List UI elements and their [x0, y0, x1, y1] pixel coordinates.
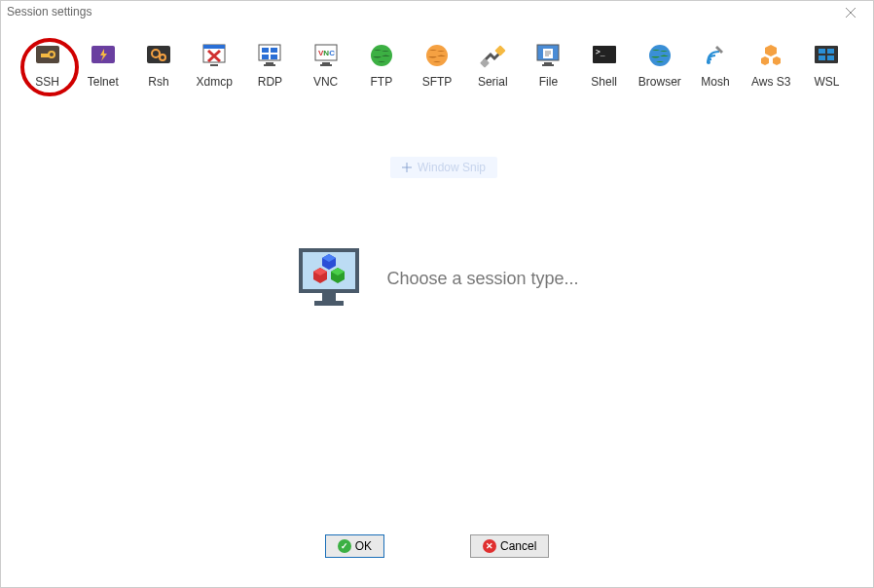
session-type-telnet[interactable]: Telnet — [76, 42, 129, 89]
svg-rect-40 — [827, 55, 834, 60]
rdp-icon — [256, 42, 283, 69]
session-type-toolbar: SSH Telnet Rsh Xdmcp RDP VNC VNC — [1, 22, 873, 94]
svg-rect-16 — [264, 64, 275, 66]
svg-rect-11 — [262, 48, 269, 53]
svg-point-35 — [707, 60, 710, 64]
serial-icon — [479, 42, 506, 69]
dialog-button-row: ✓ OK ✕ Cancel — [1, 534, 873, 558]
tool-label: FTP — [370, 75, 392, 89]
svg-rect-24 — [480, 58, 490, 68]
session-type-shell[interactable]: >_ Shell — [577, 42, 631, 89]
tool-label: Shell — [591, 75, 617, 89]
svg-rect-38 — [827, 49, 834, 54]
session-type-aws-s3[interactable]: Aws S3 — [745, 42, 798, 89]
svg-rect-15 — [266, 62, 273, 64]
close-icon — [846, 8, 856, 18]
tool-label: VNC — [313, 75, 338, 89]
svg-point-22 — [426, 45, 448, 66]
watermark-overlay: Window Snip — [390, 157, 497, 178]
session-type-xdmcp[interactable]: Xdmcp — [188, 42, 241, 89]
cancel-x-icon: ✕ — [483, 539, 496, 553]
key-icon — [34, 42, 61, 69]
session-type-wsl[interactable]: WSL — [800, 42, 854, 89]
svg-rect-30 — [544, 62, 552, 64]
svg-text:VNC: VNC — [318, 49, 335, 57]
xwindow-icon — [200, 42, 228, 69]
session-type-vnc[interactable]: VNC VNC — [299, 42, 352, 89]
session-type-ftp[interactable]: FTP — [354, 42, 408, 89]
snip-plus-icon — [402, 163, 412, 172]
svg-rect-37 — [819, 49, 825, 54]
svg-rect-13 — [262, 55, 269, 59]
svg-rect-44 — [322, 293, 336, 301]
check-icon: ✓ — [338, 539, 351, 553]
windows-icon — [813, 42, 840, 69]
tool-label: Aws S3 — [751, 75, 790, 89]
tool-label: SFTP — [422, 75, 453, 89]
prompt-text: Choose a session type... — [386, 269, 578, 289]
ok-label: OK — [355, 539, 372, 553]
tool-label: SSH — [35, 75, 59, 89]
window-title: Session settings — [7, 5, 91, 18]
main-prompt-area: Choose a session type... — [1, 244, 873, 312]
svg-point-34 — [649, 45, 671, 66]
tool-label: File — [539, 75, 558, 89]
session-type-ssh[interactable]: SSH — [20, 42, 74, 89]
session-type-rdp[interactable]: RDP — [243, 42, 297, 89]
tool-label: Telnet — [88, 75, 119, 89]
globe-blue-icon — [646, 42, 674, 69]
titlebar: Session settings — [1, 1, 873, 22]
cancel-label: Cancel — [500, 539, 536, 553]
session-type-browser[interactable]: Browser — [633, 42, 686, 89]
globe-green-icon — [368, 42, 395, 69]
svg-rect-20 — [320, 64, 332, 66]
cancel-button[interactable]: ✕ Cancel — [470, 534, 549, 558]
globe-orange-icon — [423, 42, 451, 69]
svg-rect-9 — [210, 64, 218, 66]
gears-icon — [145, 42, 172, 69]
session-type-sftp[interactable]: SFTP — [410, 42, 463, 89]
svg-rect-45 — [314, 301, 344, 306]
svg-rect-36 — [815, 46, 838, 63]
tool-label: Xdmcp — [197, 75, 233, 89]
watermark-text: Window Snip — [418, 161, 486, 174]
svg-rect-31 — [542, 64, 554, 66]
session-type-serial[interactable]: Serial — [466, 42, 520, 89]
svg-text:>_: >_ — [596, 48, 605, 56]
session-type-file[interactable]: File — [522, 42, 575, 89]
svg-rect-14 — [271, 55, 277, 59]
session-type-rsh[interactable]: Rsh — [131, 42, 185, 89]
ok-button[interactable]: ✓ OK — [325, 534, 384, 558]
tool-label: Browser — [638, 75, 681, 89]
svg-rect-12 — [271, 48, 277, 53]
bolt-icon — [90, 42, 117, 69]
svg-rect-8 — [203, 45, 225, 49]
tool-label: Mosh — [701, 75, 729, 89]
tool-label: RDP — [258, 75, 282, 89]
monitor-cubes-icon — [295, 244, 363, 312]
svg-rect-19 — [322, 62, 330, 64]
tool-label: WSL — [814, 75, 839, 89]
aws-icon — [757, 42, 784, 69]
tool-label: Rsh — [148, 75, 168, 89]
file-monitor-icon — [534, 42, 562, 69]
close-button[interactable] — [836, 3, 865, 22]
vnc-icon: VNC — [312, 42, 340, 69]
svg-point-21 — [371, 45, 392, 66]
satellite-icon — [702, 42, 729, 69]
svg-rect-39 — [819, 55, 825, 60]
tool-label: Serial — [478, 75, 508, 89]
session-type-mosh[interactable]: Mosh — [688, 42, 742, 89]
terminal-icon: >_ — [591, 42, 618, 69]
